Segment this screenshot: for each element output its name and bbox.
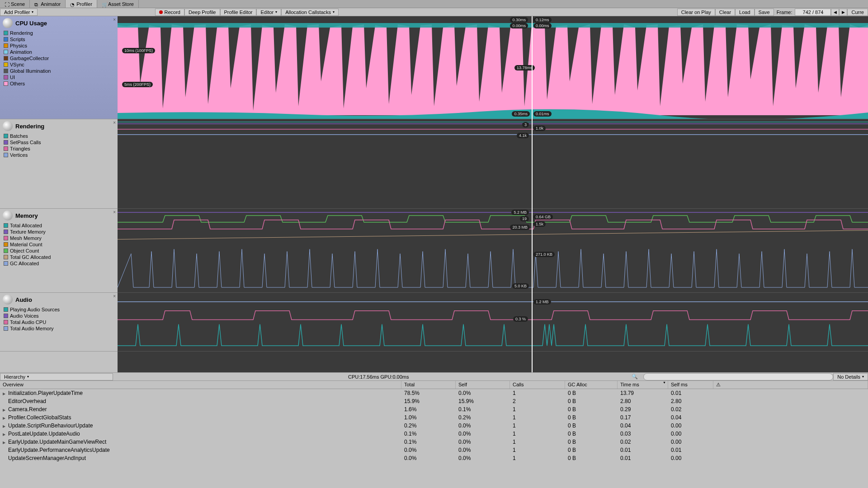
legend-item[interactable]: Batches: [4, 133, 118, 139]
legend-item[interactable]: GC Allocated: [4, 260, 118, 267]
search-input[interactable]: [643, 373, 833, 380]
record-button[interactable]: Record: [155, 9, 184, 16]
col-calls[interactable]: Calls: [510, 381, 565, 389]
legend-item[interactable]: SetPass Calls: [4, 139, 118, 145]
chart-area[interactable]: 10ms (100FPS) 5ms (200FPS) 0.30ms 0.00ms…: [118, 16, 868, 372]
table-row[interactable]: ▶Profiler.CollectGlobalStats1.0%0.2%10 B…: [0, 413, 868, 422]
tab-scene[interactable]: ⛶Scene: [0, 0, 30, 8]
module-rendering[interactable]: × Rendering BatchesSetPass CallsTriangle…: [0, 119, 118, 209]
legend-swatch: [4, 249, 8, 253]
expand-icon[interactable]: ▶: [3, 424, 7, 428]
expand-icon[interactable]: ▶: [3, 441, 7, 445]
table-row[interactable]: ▶Camera.Render1.6%0.1%10 B0.290.02: [0, 405, 868, 413]
legend-swatch: [4, 75, 8, 80]
legend-item[interactable]: Animation: [4, 49, 118, 55]
table-row[interactable]: ▶PostLateUpdate.UpdateAudio0.1%0.0%10 B0…: [0, 430, 868, 438]
legend-item[interactable]: Vertices: [4, 152, 118, 158]
expand-icon[interactable]: ▶: [3, 416, 7, 420]
label-10k: 1.0k: [533, 126, 546, 131]
editor-dropdown[interactable]: Editor: [256, 9, 281, 16]
label-064gb: 0.64 GB: [533, 214, 553, 220]
legend-label: Total Audio Memory: [10, 326, 54, 331]
legend-item[interactable]: Mesh Memory: [4, 235, 118, 241]
col-self[interactable]: Self: [456, 381, 510, 389]
module-audio[interactable]: × Audio Playing Audio SourcesAudio Voice…: [0, 293, 118, 352]
legend-swatch: [4, 307, 8, 312]
allocation-callstacks-dropdown[interactable]: Allocation Callstacks: [281, 9, 339, 16]
legend-label: Vertices: [10, 152, 28, 158]
legend-item[interactable]: Texture Memory: [4, 229, 118, 235]
legend-item[interactable]: Scripts: [4, 36, 118, 42]
legend-item[interactable]: Rendering: [4, 30, 118, 36]
legend-item[interactable]: Object Count: [4, 248, 118, 254]
col-selfms[interactable]: Self ms: [668, 381, 713, 389]
table-row[interactable]: ▶EarlyUpdate.UpdateMainGameViewRect0.1%0…: [0, 438, 868, 446]
legend-item[interactable]: GarbageCollector: [4, 55, 118, 61]
legend-item[interactable]: Total Audio CPU: [4, 319, 118, 325]
label-10ms: 10ms (100FPS): [122, 48, 155, 53]
no-details-dropdown[interactable]: No Details: [833, 373, 868, 380]
close-icon[interactable]: ×: [113, 120, 116, 125]
expand-icon[interactable]: ▶: [3, 392, 7, 396]
legend-item[interactable]: Global Illumination: [4, 68, 118, 74]
load-button[interactable]: Load: [735, 9, 754, 16]
hierarchy-dropdown[interactable]: Hierarchy: [0, 373, 113, 380]
legend-swatch: [4, 37, 8, 42]
close-icon[interactable]: ×: [113, 17, 116, 22]
chart-cpu[interactable]: 10ms (100FPS) 5ms (200FPS) 0.30ms 0.00ms…: [118, 16, 868, 119]
legend-swatch: [4, 50, 8, 54]
legend-item[interactable]: VSync: [4, 61, 118, 68]
tab-asset-store[interactable]: 🛒Asset Store: [97, 0, 139, 8]
col-timems[interactable]: Time ms▼: [618, 381, 668, 389]
legend-item[interactable]: Total Allocated: [4, 222, 118, 229]
profiler-main: × CPU Usage RenderingScriptsPhysicsAnima…: [0, 16, 868, 372]
legend-item[interactable]: Others: [4, 80, 118, 87]
table-row[interactable]: UpdateScreenManagerAndInput0.0%0.0%10 B0…: [0, 454, 868, 462]
profile-editor-button[interactable]: Profile Editor: [220, 9, 257, 16]
table-row[interactable]: EditorOverhead15.9%15.9%20 B2.802.80: [0, 397, 868, 405]
table-row[interactable]: EarlyUpdate.PerformanceAnalyticsUpdate0.…: [0, 446, 868, 454]
clear-button[interactable]: Clear: [715, 9, 735, 16]
col-warn[interactable]: ⚠: [713, 381, 868, 389]
close-icon[interactable]: ×: [113, 294, 116, 299]
legend-item[interactable]: Material Count: [4, 241, 118, 248]
table-row[interactable]: ▶Update.ScriptRunBehaviourUpdate0.2%0.0%…: [0, 422, 868, 430]
legend-item[interactable]: Total Audio Memory: [4, 325, 118, 332]
table-row[interactable]: ▶Initialization.PlayerUpdateTime78.5%0.0…: [0, 389, 868, 397]
next-frame-button[interactable]: ▶: [839, 9, 847, 16]
module-cpu[interactable]: × CPU Usage RenderingScriptsPhysicsAnima…: [0, 16, 118, 119]
expand-icon[interactable]: ▶: [3, 432, 7, 436]
chart-rendering[interactable]: 3 1.0k 4.1k: [118, 119, 868, 209]
col-gc[interactable]: GC Alloc: [565, 381, 618, 389]
legend-swatch: [4, 56, 8, 61]
clear-on-play-button[interactable]: Clear on Play: [677, 9, 715, 16]
tab-profiler[interactable]: ◔Profiler: [66, 0, 97, 8]
save-button[interactable]: Save: [755, 9, 774, 16]
label-035ms: 0.35ms: [512, 111, 530, 117]
legend-item[interactable]: Total GC Allocated: [4, 254, 118, 260]
legend-item[interactable]: Triangles: [4, 145, 118, 152]
chart-audio[interactable]: 1.2 MB 0.3 %: [118, 293, 868, 352]
svg-rect-6: [118, 209, 868, 292]
col-total[interactable]: Total: [401, 381, 456, 389]
col-overview[interactable]: Overview: [0, 381, 401, 389]
label-52mb: 5.2 MB: [511, 210, 529, 215]
prev-frame-button[interactable]: ◀: [831, 9, 839, 16]
current-button[interactable]: Curre: [847, 9, 868, 16]
legend-item[interactable]: UI: [4, 74, 118, 80]
legend-swatch: [4, 255, 8, 259]
label-5ms: 5ms (200FPS): [122, 82, 153, 87]
expand-icon[interactable]: ▶: [3, 408, 7, 412]
close-icon[interactable]: ×: [113, 210, 116, 215]
frame-field[interactable]: [795, 9, 831, 16]
legend-item[interactable]: Audio Voices: [4, 313, 118, 319]
add-profiler-dropdown[interactable]: Add Profiler: [0, 9, 38, 16]
svg-rect-1: [118, 119, 868, 208]
tab-animator[interactable]: ⧉Animator: [30, 0, 66, 8]
legend-item[interactable]: Playing Audio Sources: [4, 306, 118, 313]
deep-profile-button[interactable]: Deep Profile: [184, 9, 220, 16]
legend-label: Material Count: [10, 242, 42, 247]
module-memory[interactable]: × Memory Total AllocatedTexture MemoryMe…: [0, 209, 118, 293]
chart-memory[interactable]: 5.2 MB 19 0.64 GB 20.3 MB 1.5k 271.0 KB …: [118, 209, 868, 293]
legend-item[interactable]: Physics: [4, 42, 118, 49]
